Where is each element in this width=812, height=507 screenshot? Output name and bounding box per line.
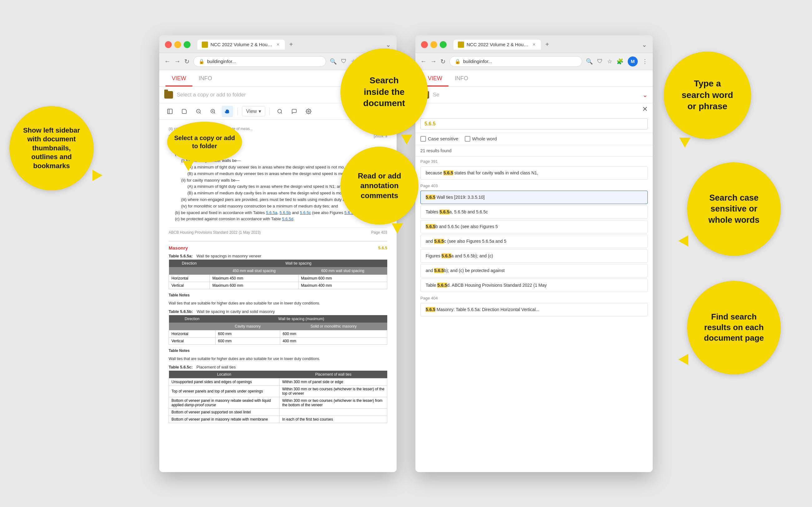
search-close-button[interactable]: ✕	[642, 105, 648, 113]
result-item-403-7[interactable]: Table 5.6.5d. ABCB Housing Provisions St…	[420, 279, 648, 292]
browser-tab-left[interactable]: NCC 2022 Volume 2 & Housi... ✕	[197, 40, 285, 50]
shield-icon-right[interactable]: 🛡	[597, 58, 603, 65]
table-c-row-4: Bottom of veneer panel supported on stee…	[169, 409, 387, 416]
folder-icon-left	[164, 91, 173, 99]
page-ref: [2019: 3	[374, 134, 387, 139]
item-B: (B) a minimum of medium duty veneer ties…	[187, 171, 387, 177]
item-iv: (iv) for monolithic or solid masonry con…	[181, 203, 387, 210]
back-button-right[interactable]: ←	[420, 58, 426, 65]
masonry-heading: Masonry	[169, 245, 188, 250]
result-text-after-391: states that for cavity walls in wind cla…	[453, 170, 538, 175]
traffic-lights-right	[421, 41, 447, 48]
close-button-left[interactable]	[165, 41, 172, 48]
save-btn[interactable]	[179, 106, 190, 117]
maximize-button-left[interactable]	[184, 41, 191, 48]
forward-button-left[interactable]: →	[174, 58, 181, 65]
tab-close-left[interactable]: ✕	[275, 42, 281, 47]
col-direction: Direction	[169, 260, 210, 267]
star-icon-left[interactable]: ☆	[351, 58, 356, 65]
result-text-403-1: Wall ties [2019: 3.3.5.10]	[435, 195, 485, 200]
section-number: 5.6.5	[169, 134, 179, 139]
result-item-403-1[interactable]: 5.6.5 Wall ties [2019: 3.3.5.10]	[420, 191, 648, 204]
result-item-391-1[interactable]: because 5.6.5 states that for cavity wal…	[420, 166, 648, 180]
zoom-out-btn[interactable]	[193, 106, 204, 117]
shield-icon-left[interactable]: 🛡	[341, 58, 347, 65]
table-notes-label-5b: Table Notes	[169, 348, 387, 353]
star-icon-right[interactable]: ☆	[607, 58, 612, 65]
zoom-icon-right[interactable]: 🔍	[586, 58, 593, 65]
svg-line-10	[281, 112, 282, 113]
tab-view-left[interactable]: VIEW	[165, 70, 192, 87]
extension-icon-left[interactable]: 🧩	[360, 58, 367, 65]
new-tab-button-left[interactable]: +	[287, 40, 296, 49]
result-before-403-2: Tables	[426, 209, 440, 214]
masonry-section: Masonry 5.6.5 Table 5.6.5a: Wall tie spa…	[169, 241, 387, 423]
tab-info-left[interactable]: INFO	[192, 70, 218, 87]
result-item-403-5[interactable]: Figures 5.6.5a and 5.6.5b); and (c)	[420, 249, 648, 263]
results-list[interactable]: Page 391 because 5.6.5 states that for c…	[415, 157, 653, 472]
comment-btn[interactable]	[289, 106, 300, 117]
svg-point-11	[308, 110, 309, 112]
chevron-down-icon[interactable]: ⌄	[643, 91, 648, 99]
folder-search-row-right: Se ⌄	[415, 87, 653, 103]
col-empty	[169, 267, 210, 275]
table-5-6-5c-header: Table 5.6.5c: Placement of wall ties	[169, 365, 387, 370]
more-icon-left[interactable]: ⋮	[386, 58, 392, 65]
result-item-404-1[interactable]: 5.6.5 Masonry: Table 5.6.5a: Direction H…	[420, 303, 648, 316]
zoom-icon-left[interactable]: 🔍	[330, 58, 337, 65]
minimize-button-left[interactable]	[174, 41, 181, 48]
result-item-403-6[interactable]: and 5.6.5b); and (c) be protected agains…	[420, 264, 648, 277]
search-toolbar-btn[interactable]	[274, 106, 286, 117]
col-600: 600 mm wall stud spacing	[298, 267, 387, 275]
zoom-in-btn[interactable]	[207, 106, 219, 117]
avatar-left[interactable]: M	[372, 56, 382, 66]
table-row-vertical: Vertical Maximum 600 mm Maximum 400 mm	[169, 282, 387, 289]
tab-info-right[interactable]: INFO	[449, 70, 474, 87]
col-placement: Placement of wall ties	[280, 371, 387, 379]
checkbox-box-whole	[465, 136, 470, 142]
doc-intro-text: (ii) rated than for masonry units at a r…	[169, 126, 387, 132]
new-tab-button-right[interactable]: +	[543, 40, 552, 49]
settings-btn[interactable]	[303, 106, 314, 117]
address-bar-right[interactable]: 🔒 buildinginfor...	[449, 56, 582, 67]
row-v-600: Maximum 400 mm	[298, 282, 387, 289]
item-b: (b) be spaced and fixed in accordance wi…	[175, 210, 387, 216]
extension-icon-right[interactable]: 🧩	[616, 58, 623, 65]
address-bar-left[interactable]: 🔒 buildinginfor...	[193, 56, 326, 67]
nav-icons-left: 🔍 🛡 ☆ 🧩 M ⋮	[330, 56, 392, 66]
search-query-input[interactable]	[420, 118, 648, 129]
hand-tool-btn[interactable]	[222, 106, 233, 117]
left-browser-content: VIEW INFO Select a copy or add to folder	[159, 70, 397, 472]
close-button-right[interactable]	[421, 41, 428, 48]
maximize-button-right[interactable]	[440, 41, 447, 48]
result-item-403-2[interactable]: Tables 5.6.5a, 5.6.5b and 5.6.5c	[420, 205, 648, 219]
result-item-403-3[interactable]: 5.6.5b and 5.6.5c (see also Figures 5	[420, 220, 648, 233]
tab-close-right[interactable]: ✕	[531, 42, 537, 47]
table-5a-label: Table 5.6.5a:	[169, 253, 193, 258]
table-c-row-2: Top of veneer panels and top of panels u…	[169, 386, 387, 397]
more-icon-right[interactable]: ⋮	[642, 58, 648, 65]
forward-button-right[interactable]: →	[430, 58, 437, 65]
case-sensitive-label: Case sensitive	[428, 136, 458, 141]
address-icon-right: 🔒	[455, 59, 461, 64]
result-item-403-4[interactable]: and 5.6.5c (see also Figures 5.6.5a and …	[420, 235, 648, 248]
browser-tab-right[interactable]: NCC 2022 Volume 2 & Housi... ✕	[453, 40, 541, 50]
col-cavity: Cavity masonry	[215, 323, 280, 330]
minimize-button-right[interactable]	[430, 41, 437, 48]
whole-word-checkbox[interactable]: Whole word	[465, 136, 497, 142]
view-dropdown[interactable]: View ▾	[242, 106, 265, 116]
reload-button-right[interactable]: ↻	[440, 58, 446, 65]
section-ref-right: 5.6.5	[378, 245, 387, 250]
item-ii: (ii) for cavity masonry walls be—	[181, 177, 387, 184]
sidebar-toggle-btn[interactable]	[164, 106, 175, 117]
avatar-right[interactable]: M	[628, 56, 638, 66]
back-button-left[interactable]: ←	[164, 58, 170, 65]
reload-button-left[interactable]: ↻	[184, 58, 190, 65]
tab-menu-right[interactable]: ⌄	[642, 41, 647, 48]
result-before-403-5: Figures	[426, 253, 442, 258]
case-sensitive-checkbox[interactable]: Case sensitive	[420, 136, 458, 142]
tab-view-right[interactable]: VIEW	[422, 70, 449, 87]
tab-menu-left[interactable]: ⌄	[386, 41, 391, 48]
table-c-row-5: Bottom of veneer panel in masonry rebate…	[169, 416, 387, 423]
result-text-before-391: because	[426, 170, 444, 175]
